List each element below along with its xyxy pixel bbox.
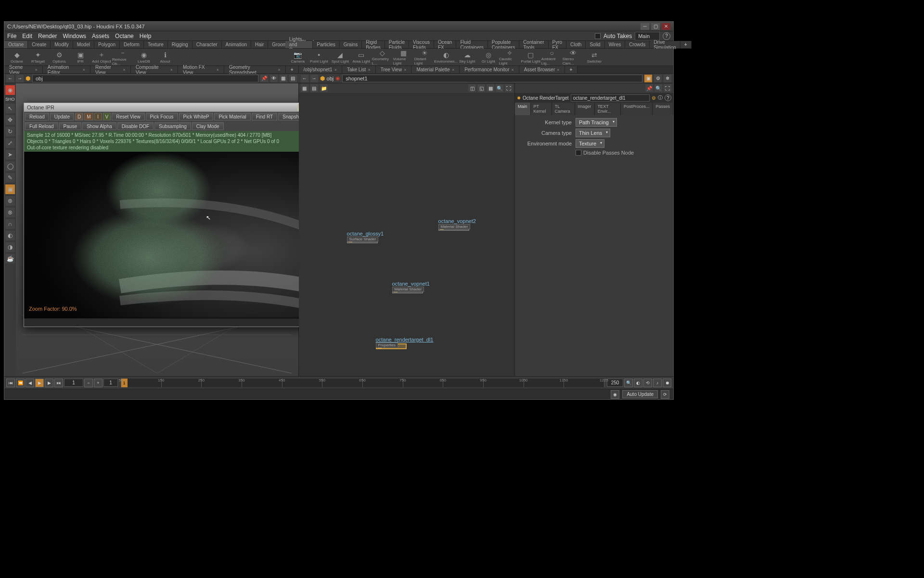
shelf-tab-ocean-fx[interactable]: Ocean FX bbox=[434, 41, 456, 48]
tl-dec[interactable]: − bbox=[84, 379, 93, 387]
shelf-icon-about[interactable]: ℹAbout bbox=[154, 49, 176, 66]
shelf-tab-hair[interactable]: Hair bbox=[251, 41, 268, 48]
auto-update-button[interactable]: Auto Update bbox=[622, 390, 658, 398]
params-info-icon[interactable]: ⓘ bbox=[658, 94, 663, 101]
misc-icon-2[interactable]: ▤ bbox=[289, 75, 297, 82]
tool-brush[interactable]: ✎ bbox=[5, 173, 15, 183]
shelf-tab-solid[interactable]: Solid bbox=[586, 41, 604, 48]
forward-button[interactable]: → bbox=[16, 75, 24, 82]
shelf-tab-texture[interactable]: Texture bbox=[144, 41, 168, 48]
params-gear2-icon[interactable]: ⚙ bbox=[652, 95, 656, 101]
shelf-tab-pyro-fx[interactable]: Pyro FX bbox=[549, 41, 567, 48]
param-pin-icon[interactable]: 📌 bbox=[645, 84, 653, 92]
pane-tab-composite-view[interactable]: Composite View× bbox=[131, 66, 178, 73]
shelf-tab-polygon[interactable]: Polygon bbox=[94, 41, 120, 48]
shelf-tab-+[interactable]: + bbox=[680, 41, 692, 48]
shelf-icon-caustic-light[interactable]: ✧Caustic Light bbox=[499, 49, 520, 66]
tl-end-field[interactable] bbox=[607, 379, 623, 387]
ipr-reload[interactable]: Reload bbox=[25, 113, 49, 120]
status-icon2[interactable]: ⟳ bbox=[661, 390, 669, 399]
shelf-icon-area-light[interactable]: ▭Area Light bbox=[351, 49, 372, 66]
params-tab-imager[interactable]: Imager bbox=[575, 103, 595, 115]
tl-last[interactable]: ⏭ bbox=[54, 379, 63, 387]
params-tab-main[interactable]: Main bbox=[515, 103, 531, 115]
tool-misc2[interactable]: ◑ bbox=[5, 242, 15, 252]
menu-edit[interactable]: Edit bbox=[22, 33, 32, 39]
tl-stepfw[interactable]: ▶ bbox=[45, 379, 53, 387]
pane-tab-+[interactable]: + bbox=[286, 66, 299, 73]
pane-tab-motion-fx-view[interactable]: Motion FX View× bbox=[178, 66, 224, 73]
tl-first[interactable]: ⏮ bbox=[6, 379, 15, 387]
net-view-2[interactable]: ◱ bbox=[477, 84, 485, 92]
shelf-icon-point-light[interactable]: •Point Light bbox=[308, 49, 330, 66]
shelf-icon-stereo-cam-[interactable]: 👁Stereo Cam... bbox=[563, 49, 584, 66]
shop-tab-icon[interactable]: ◉ bbox=[5, 85, 15, 95]
params-tab-pt-kernel[interactable]: PT Kernel bbox=[531, 103, 552, 115]
shelf-icon-add-object[interactable]: ＋Add Object bbox=[91, 49, 112, 66]
camera-select[interactable]: Thin Lens bbox=[576, 129, 610, 137]
shelf-tab-character[interactable]: Character bbox=[192, 41, 222, 48]
status-icon1[interactable]: ◉ bbox=[611, 390, 619, 399]
tool-magnet[interactable]: ∩ bbox=[5, 219, 15, 229]
tool-move[interactable]: ✥ bbox=[5, 115, 15, 125]
shelf-icon-ipr[interactable]: ▣IPR bbox=[70, 49, 91, 66]
ipr-letter-v[interactable]: V bbox=[103, 113, 111, 120]
tl-inc[interactable]: + bbox=[94, 379, 103, 387]
pane-tab-geometry-spreadsheet[interactable]: Geometry Spreadsheet× bbox=[224, 66, 286, 73]
pane-tab-+[interactable]: + bbox=[565, 66, 578, 73]
auto-takes-checkbox[interactable] bbox=[595, 33, 601, 39]
ipr-pause[interactable]: Pause bbox=[59, 122, 81, 130]
node-vop2[interactable]: octane_vopnet2 Material Shader bbox=[438, 218, 476, 231]
tool-select[interactable]: ↖ bbox=[5, 104, 15, 113]
shelf-icon-environmen-[interactable]: ◐Environmen... bbox=[436, 49, 457, 66]
shelf-tab-create[interactable]: Create bbox=[28, 41, 51, 48]
tool-rotate[interactable]: ↻ bbox=[5, 127, 15, 136]
net-icon-2[interactable]: ▤ bbox=[310, 84, 318, 92]
forward-button-r[interactable]: → bbox=[310, 75, 318, 82]
pane-tab-scene-view[interactable]: Scene View× bbox=[4, 66, 43, 73]
shelf-tab-populate-containers[interactable]: Populate Containers bbox=[488, 41, 519, 48]
tl-frame-field[interactable] bbox=[64, 379, 83, 387]
tl-play[interactable]: ▶ bbox=[35, 379, 44, 387]
param-search-icon[interactable]: 🔍 bbox=[654, 84, 662, 92]
tl-opt5[interactable]: ⏺ bbox=[663, 379, 671, 387]
home-icon[interactable]: ⬢ bbox=[26, 75, 30, 82]
ipr-pick-focus[interactable]: Pick Focus bbox=[146, 113, 178, 120]
shelf-icon-octane[interactable]: ◆Octane bbox=[6, 49, 27, 66]
ipr-letter-d[interactable]: D bbox=[75, 113, 83, 120]
eye-icon[interactable]: 👁 bbox=[270, 75, 278, 82]
ipr-title-bar[interactable]: Octane IPR ─ ▢ ✕ bbox=[24, 103, 331, 112]
shelf-tab-deform[interactable]: Deform bbox=[120, 41, 144, 48]
params-name-input[interactable] bbox=[571, 94, 650, 102]
close-button[interactable]: ✕ bbox=[662, 23, 670, 30]
maximize-button[interactable]: ▢ bbox=[651, 23, 660, 30]
snow-icon[interactable]: ❄ bbox=[664, 75, 671, 82]
params-gear-icon[interactable]: ✹ bbox=[517, 95, 521, 101]
shelf-tab-crowds[interactable]: Crowds bbox=[625, 41, 650, 48]
shelf-icon-gi-light[interactable]: ◎GI Light bbox=[478, 49, 499, 66]
pane-tab-asset-browser[interactable]: Asset Browser× bbox=[519, 66, 565, 73]
shelf-tab-container-tools[interactable]: Container Tools bbox=[519, 41, 548, 48]
tl-opt4[interactable]: ♪ bbox=[653, 379, 662, 387]
shelf-tab-fluid-containers[interactable]: Fluid Containers bbox=[456, 41, 488, 48]
net-icon-1[interactable]: ▦ bbox=[301, 84, 308, 92]
home-icon-r[interactable]: ⬢ bbox=[320, 75, 325, 82]
tool-snap2[interactable]: ⊗ bbox=[5, 208, 15, 217]
tool-box[interactable]: ▣ bbox=[5, 184, 15, 194]
param-expand-icon[interactable]: ⛶ bbox=[664, 84, 671, 92]
flag-icon[interactable]: ▣ bbox=[644, 75, 652, 82]
shelf-tab-viscous-fluids[interactable]: Viscous Fluids bbox=[409, 41, 434, 48]
menu-render[interactable]: Render bbox=[38, 33, 57, 39]
menu-file[interactable]: File bbox=[7, 33, 16, 39]
tool-lasso[interactable]: ◯ bbox=[5, 161, 15, 171]
pane-tab-performance-monitor[interactable]: Performance Monitor× bbox=[460, 66, 519, 73]
shelf-tab-lights-and-cameras[interactable]: Lights and Cameras bbox=[285, 41, 313, 48]
shelf-tab-drive-simulation[interactable]: Drive Simulation bbox=[650, 41, 680, 48]
ipr-subsampling[interactable]: Subsampling bbox=[154, 122, 191, 130]
back-button[interactable]: ← bbox=[6, 75, 14, 82]
node-vop1[interactable]: octane_vopnet1 Material Shader bbox=[392, 281, 430, 293]
pane-tab-render-view[interactable]: Render View× bbox=[90, 66, 131, 73]
shelf-icon-switcher[interactable]: ⇄Switcher bbox=[584, 49, 605, 66]
params-tab-text-envir-[interactable]: TEXT Envir... bbox=[595, 103, 621, 115]
back-button-r[interactable]: ← bbox=[301, 75, 308, 82]
